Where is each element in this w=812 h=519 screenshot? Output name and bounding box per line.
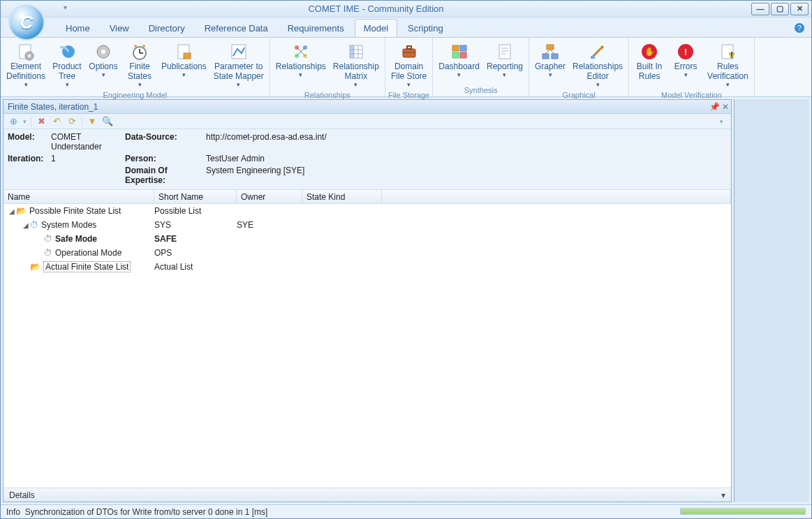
tree-row[interactable]: ◢⏱System ModesSYSSYE (3, 218, 731, 232)
chevron-down-icon: ▾ (457, 72, 461, 78)
row-name: Possible Finite State List (29, 206, 121, 216)
datasource-label: Data-Source: (125, 132, 202, 152)
options-gear-icon (94, 42, 113, 61)
ribbon-group-model-verification: ✋Built In Rules!Errors▾!Rules Verificati… (629, 38, 755, 96)
parameter-to-state-mapper-button[interactable]: Parameter to State Mapper▾ (211, 41, 267, 89)
add-icon[interactable]: ⊕ (8, 116, 19, 127)
search-icon[interactable]: 🔍 (102, 116, 113, 127)
ribbon-group-relationships: Relationships▾Relationship Matrix▾Relati… (270, 38, 385, 96)
grapher-icon (540, 42, 560, 61)
quick-access-dropdown[interactable]: ▾ (64, 3, 67, 11)
panel-close-icon[interactable]: ✕ (720, 102, 731, 112)
delete-icon[interactable]: ✖ (36, 116, 47, 127)
tab-home[interactable]: Home (57, 19, 99, 37)
details-dropdown-icon[interactable]: ▾ (721, 490, 725, 500)
rules-verification-button[interactable]: !Rules Verification▾ (704, 41, 751, 89)
svg-rect-44 (591, 56, 595, 59)
errors-button[interactable]: !Errors▾ (668, 41, 703, 80)
pin-icon[interactable]: 📌 (709, 102, 720, 112)
redo-icon[interactable]: ⟳ (66, 116, 77, 127)
progress-bar (680, 508, 806, 515)
dashboard-button[interactable]: Dashboard▾ (436, 41, 482, 80)
publications-button[interactable]: Publications▾ (158, 41, 209, 80)
chevron-down-icon: ▾ (182, 72, 186, 78)
panel-metadata: Model: COMET Understander Data-Source: h… (3, 129, 731, 190)
hand-stop-icon: ✋ (640, 42, 659, 61)
finite-states-button[interactable]: Finite States▾ (122, 41, 157, 89)
svg-rect-29 (452, 45, 459, 51)
tab-directory[interactable]: Directory (140, 19, 194, 37)
col-name[interactable]: Name (3, 190, 154, 203)
domain-file-store-button[interactable]: Domain File Store▾ (388, 41, 429, 89)
tree-expander[interactable]: ◢ (22, 221, 30, 229)
panel-title-bar: Finite States, iteration_1 📌 ✕ (3, 100, 731, 114)
chevron-down-icon: ▾ (66, 82, 69, 88)
tree-grid[interactable]: ◢📂Possible Finite State ListPossible Lis… (3, 204, 731, 488)
product-tree-button[interactable]: Product Tree▾ (50, 41, 84, 89)
reporting-button[interactable]: Reporting▾ (484, 41, 526, 80)
status-prefix: Info (6, 507, 20, 517)
help-icon[interactable]: ? (795, 23, 804, 33)
tab-requirements[interactable]: Requirements (279, 19, 353, 37)
row-short-name: OPS (154, 248, 237, 258)
ribbon-group-file-storage: Domain File Store▾File Storage (385, 38, 433, 96)
svg-point-9 (134, 45, 137, 47)
chevron-down-icon: ▾ (237, 82, 240, 88)
tree-row[interactable]: ⏱Operational ModeOPS (3, 246, 731, 260)
chevron-down-icon: ▾ (549, 72, 552, 78)
col-short-name[interactable]: Short Name (154, 190, 237, 203)
ribbon-group-graphical: Grapher▾Relationships Editor▾Graphical (529, 38, 629, 96)
tree-expander[interactable]: ◢ (8, 207, 16, 215)
svg-point-5 (101, 50, 105, 54)
folder-icon: 📂 (16, 206, 27, 216)
svg-rect-37 (547, 45, 554, 50)
tree-row[interactable]: ⏱Safe ModeSAFE (3, 232, 731, 246)
filter-icon[interactable]: ▼ (87, 116, 98, 127)
minimize-button[interactable]: — (751, 3, 769, 15)
model-value: COMET Understander (51, 132, 121, 152)
tab-view[interactable]: View (101, 19, 138, 37)
tab-scripting[interactable]: Scripting (399, 19, 452, 37)
row-name: Operational Mode (55, 248, 121, 258)
tab-model[interactable]: Model (355, 19, 397, 37)
svg-rect-32 (460, 52, 466, 58)
tree-row[interactable]: 📂Actual Finite State ListActual List (3, 260, 731, 274)
built-in-rules-button[interactable]: ✋Built In Rules (632, 41, 667, 83)
col-state-kind[interactable]: State Kind (302, 190, 382, 203)
mode-icon: ⏱ (44, 234, 52, 244)
relationships-button[interactable]: Relationships▾ (273, 41, 329, 80)
model-label: Model: (8, 132, 47, 152)
svg-rect-12 (184, 53, 191, 59)
options-dropdown-icon[interactable]: ▾ (716, 116, 727, 127)
row-name: Actual Finite State List (43, 261, 131, 272)
details-bar[interactable]: Details ▾ (3, 488, 731, 502)
chevron-down-icon: ▾ (684, 72, 688, 78)
publication-icon (174, 42, 193, 61)
options-button[interactable]: Options▾ (86, 41, 121, 80)
svg-text:!: ! (684, 47, 687, 57)
relationship-matrix-button[interactable]: Relationship Matrix▾ (330, 41, 382, 89)
tab-reference-data[interactable]: Reference Data (195, 19, 277, 37)
svg-text:!: ! (730, 50, 733, 60)
ribbon-group-label: Synthesis (433, 85, 529, 96)
tree-row[interactable]: ◢📂Possible Finite State ListPossible Lis… (3, 204, 731, 218)
row-name: System Modes (41, 220, 96, 230)
relationships-editor-button[interactable]: Relationships Editor▾ (570, 41, 626, 89)
chevron-down-icon: ▾ (726, 82, 730, 88)
element-definitions-button[interactable]: Element Definitions▾ (3, 41, 48, 89)
svg-rect-26 (403, 49, 415, 57)
row-short-name: SYS (154, 220, 237, 230)
row-name: Safe Mode (55, 234, 97, 244)
grapher-button[interactable]: Grapher▾ (532, 41, 568, 80)
panel-toolbar: ⊕ ▾ ✖ ↶ ⟳ ▼ 🔍 ▾ (3, 114, 731, 129)
statusbar: Info Synchronization of DTOs for Write f… (1, 504, 811, 518)
rel-editor-icon (588, 42, 607, 61)
app-logo[interactable]: C (8, 4, 45, 41)
undo-icon[interactable]: ↶ (51, 116, 62, 127)
close-button[interactable]: ✕ (790, 3, 809, 15)
col-owner[interactable]: Owner (237, 190, 302, 203)
maximize-button[interactable]: ▢ (771, 3, 789, 15)
person-value: TestUser Admin (206, 154, 727, 163)
ribbon: Element Definitions▾Product Tree▾Options… (1, 37, 811, 97)
dashboard-icon (450, 42, 469, 61)
